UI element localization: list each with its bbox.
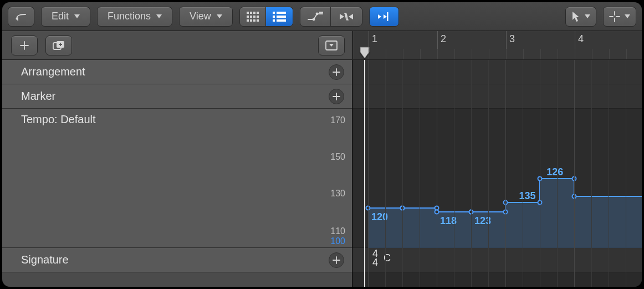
svg-rect-8 — [247, 19, 249, 22]
tempo-axis-tick: 170 — [330, 115, 345, 125]
crosshair-icon — [609, 11, 620, 22]
svg-rect-2 — [253, 12, 255, 14]
ruler-bar-number: 1 — [372, 33, 377, 45]
signature-header-label: Signature — [21, 253, 329, 266]
svg-rect-10 — [253, 19, 255, 22]
functions-menu-label: Functions — [108, 11, 151, 22]
tempo-label: Tempo: Default — [21, 113, 344, 126]
svg-rect-12 — [273, 12, 275, 14]
ruler[interactable]: 1234 — [352, 31, 642, 59]
arrangement-lane[interactable] — [352, 60, 642, 84]
svg-rect-21 — [387, 12, 389, 21]
svg-rect-3 — [257, 12, 259, 14]
plus-icon — [19, 40, 29, 50]
arrangement-track-header[interactable]: Arrangement — [2, 60, 352, 84]
automation-curve-button[interactable] — [300, 7, 331, 26]
tempo-track-header[interactable]: Tempo: Default 170150130110100 — [2, 109, 352, 248]
dropdown-panel-icon — [325, 40, 338, 50]
svg-rect-11 — [257, 19, 259, 22]
alt-tool-menu[interactable] — [603, 7, 636, 27]
view-menu[interactable]: View — [179, 7, 233, 27]
view-menu-label: View — [190, 11, 211, 22]
automation-segment — [300, 7, 362, 27]
svg-rect-14 — [273, 16, 275, 18]
svg-rect-4 — [247, 16, 249, 18]
add-signature-button[interactable] — [329, 252, 344, 268]
svg-rect-0 — [247, 12, 249, 14]
svg-rect-6 — [253, 16, 255, 18]
marker-label: Marker — [21, 90, 329, 103]
tempo-value-label: 135 — [519, 190, 536, 202]
lane-content[interactable]: 120118123135126 4 4 C — [352, 60, 642, 287]
chevron-down-icon — [625, 14, 630, 18]
svg-rect-5 — [250, 16, 252, 18]
pointer-icon — [571, 11, 580, 22]
functions-menu[interactable]: Functions — [97, 7, 172, 27]
svg-rect-16 — [273, 19, 275, 22]
svg-rect-17 — [277, 19, 286, 22]
duplicate-icon — [53, 40, 65, 50]
duplicate-track-button[interactable] — [45, 36, 72, 55]
key-sig: C — [384, 252, 391, 264]
svg-rect-13 — [277, 12, 286, 14]
tempo-axis: 170150130110100 — [318, 111, 345, 245]
tempo-axis-tick: 130 — [330, 189, 345, 199]
toolbar: Edit Functions View — [2, 2, 642, 31]
main-area: Arrangement Marker Tempo: Default 170150… — [2, 60, 642, 287]
tempo-lane[interactable]: 120118123135126 — [352, 109, 642, 248]
empty-lane — [352, 272, 642, 287]
edit-menu[interactable]: Edit — [41, 7, 90, 27]
svg-point-19 — [315, 12, 318, 15]
edit-menu-label: Edit — [52, 11, 69, 22]
global-tracks-sidebar: Arrangement Marker Tempo: Default 170150… — [2, 60, 352, 287]
tempo-axis-tick: 150 — [330, 152, 345, 162]
list-view-button[interactable] — [266, 7, 293, 26]
add-arrangement-button[interactable] — [329, 64, 344, 80]
tempo-value-label: 126 — [546, 166, 563, 178]
flex-button[interactable] — [331, 7, 362, 26]
add-track-button[interactable] — [11, 36, 38, 55]
back-curve-button[interactable] — [8, 7, 34, 27]
svg-point-18 — [312, 18, 315, 21]
add-marker-button[interactable] — [329, 89, 344, 104]
ruler-bar-number: 3 — [509, 33, 515, 45]
global-tracks-button[interactable] — [318, 36, 345, 55]
marker-track-header[interactable]: Marker — [2, 84, 352, 109]
svg-rect-20 — [319, 12, 323, 13]
catch-segment — [369, 7, 399, 27]
track-header-bar: 1234 — [2, 31, 642, 60]
chevron-down-icon — [585, 14, 590, 18]
marker-lane[interactable] — [352, 84, 642, 109]
arrangement-label: Arrangement — [21, 65, 329, 78]
playhead-line[interactable] — [364, 60, 365, 287]
ruler-bar-number: 2 — [441, 33, 446, 45]
grid-view-button[interactable] — [240, 7, 266, 26]
ruler-bar-number: 4 — [578, 33, 584, 45]
time-sig-den: 4 — [372, 258, 378, 267]
signature-lane[interactable]: 4 4 C — [352, 248, 642, 272]
chevron-down-icon — [74, 14, 80, 18]
svg-rect-7 — [257, 16, 259, 18]
svg-rect-15 — [277, 16, 286, 18]
pointer-tool-menu[interactable] — [565, 7, 596, 27]
signature-value: 4 4 C — [372, 249, 391, 267]
tempo-axis-current: 100 — [330, 236, 345, 246]
signature-track-header[interactable]: Signature — [2, 248, 352, 272]
catch-playhead-button[interactable] — [370, 7, 398, 26]
view-mode-segment — [239, 7, 293, 27]
svg-rect-9 — [250, 19, 252, 22]
svg-rect-1 — [250, 12, 252, 14]
chevron-down-icon — [156, 14, 162, 18]
chevron-down-icon — [217, 14, 222, 18]
tempo-axis-tick: 110 — [330, 226, 345, 236]
